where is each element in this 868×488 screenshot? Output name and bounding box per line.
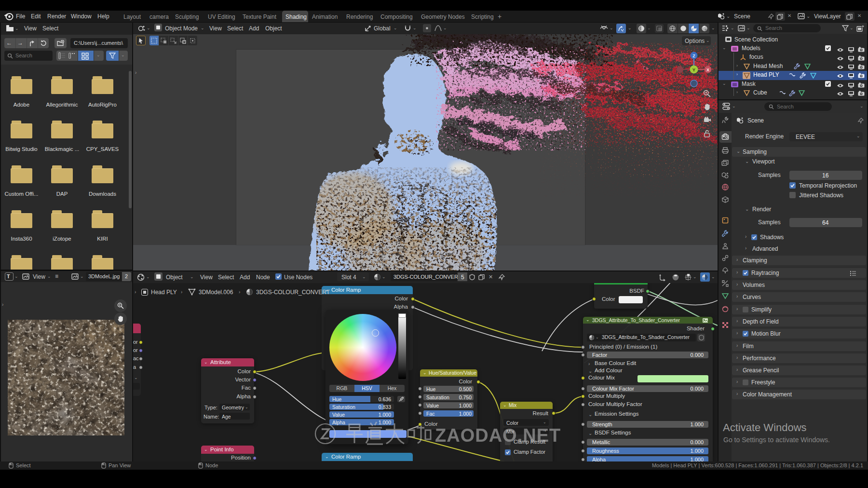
svg-text:X: X [706, 68, 709, 72]
svg-text:Z: Z [692, 54, 695, 58]
svg-text:Y: Y [692, 67, 696, 72]
